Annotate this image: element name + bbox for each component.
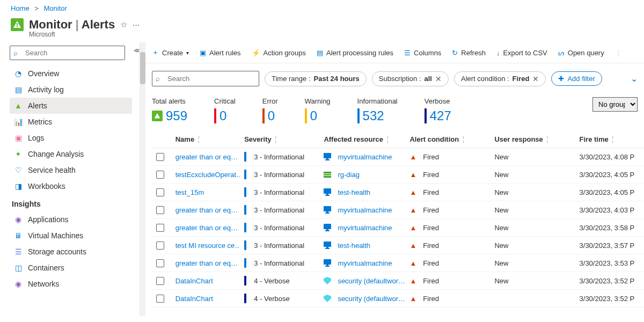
warning-icon: ▲: [409, 259, 416, 267]
row-checkbox[interactable]: [156, 224, 164, 232]
row-checkbox[interactable]: [156, 241, 164, 250]
col-time[interactable]: Fire time↑↓: [575, 135, 644, 143]
more-icon[interactable]: ⋯: [133, 21, 140, 29]
row-checkbox[interactable]: [156, 171, 164, 179]
sidebar-item-logs[interactable]: ▣Logs: [10, 130, 132, 146]
create-button[interactable]: ＋Create▾: [152, 48, 189, 57]
table-row[interactable]: greater than or eq…3 - Informationalmyvi…: [152, 148, 644, 166]
alert-name-link[interactable]: greater than or eq…: [175, 206, 238, 214]
user-response-text: New: [494, 206, 508, 214]
svg-rect-19: [325, 248, 330, 249]
sidebar-item-containers[interactable]: ◫Containers: [10, 260, 132, 276]
warning-icon: ▲: [409, 295, 416, 303]
table-row[interactable]: greater than or eq…3 - Informationalmyvi…: [152, 219, 644, 237]
svg-rect-15: [326, 229, 328, 230]
row-checkbox[interactable]: [156, 153, 164, 161]
action-groups-button[interactable]: ⚡Action groups: [252, 49, 306, 57]
resource-link[interactable]: test-health: [338, 188, 370, 196]
col-resource[interactable]: Affected resource↑↓: [319, 135, 405, 143]
collapse-icon[interactable]: ≪: [134, 47, 140, 54]
resource-link[interactable]: security (defaultwor…: [338, 277, 405, 285]
close-icon[interactable]: ✕: [532, 75, 539, 83]
breadcrumb-current[interactable]: Monitor: [44, 4, 67, 12]
sidebar-item-change-analysis[interactable]: ✦Change Analysis: [10, 146, 132, 162]
filter-chip[interactable]: Subscription : all✕: [372, 71, 449, 86]
summary-critical[interactable]: Critical0: [214, 97, 236, 123]
row-checkbox[interactable]: [156, 295, 164, 303]
sidebar-item-metrics[interactable]: 📊Metrics: [10, 114, 132, 130]
condition-text: Fired: [423, 206, 439, 214]
alert-name-link[interactable]: test_15m: [175, 188, 204, 196]
alert-name-link[interactable]: greater than or eq…: [175, 153, 238, 161]
row-checkbox[interactable]: [156, 277, 164, 285]
breadcrumb-home[interactable]: Home: [11, 4, 30, 12]
sidebar-item-workbooks[interactable]: ◨Workbooks: [10, 178, 132, 194]
user-response-text: New: [494, 153, 508, 161]
summary-error[interactable]: Error0: [262, 97, 278, 123]
fire-time-text: 3/30/2023, 3:53 P: [580, 259, 635, 267]
svg-rect-1: [17, 26, 18, 27]
scrollbar[interactable]: [140, 42, 145, 316]
resource-link[interactable]: security (defaultwor…: [338, 295, 405, 303]
columns-button[interactable]: ☰Columns: [404, 49, 441, 57]
alert-name-link[interactable]: testEcxcludeOperat…: [175, 171, 240, 179]
sidebar-item-virtual-machines[interactable]: 🖥Virtual Machines: [10, 228, 132, 244]
sidebar-item-storage-accounts[interactable]: ☰Storage accounts: [10, 244, 132, 260]
resource-link[interactable]: rg-diag: [338, 171, 359, 179]
close-icon[interactable]: ✕: [435, 75, 442, 83]
sidebar-item-applications[interactable]: ◉Applications: [10, 211, 132, 228]
table-row[interactable]: DataInChart4 - Verbosesecurity (defaultw…: [152, 272, 644, 290]
processing-rules-button[interactable]: ▤Alert processing rules: [317, 49, 393, 57]
col-response[interactable]: User response↑↓: [490, 135, 575, 143]
table-row[interactable]: DataInChart4 - Verbosesecurity (defaultw…: [152, 290, 644, 308]
user-response-text: New: [494, 224, 508, 232]
filter-chip[interactable]: Alert condition : Fired✕: [454, 71, 546, 86]
summary-warning[interactable]: Warning0: [305, 97, 331, 123]
sidebar-item-overview[interactable]: ◔Overview: [10, 65, 132, 82]
resource-icon: [324, 206, 331, 214]
table-row[interactable]: greater than or eq…3 - Informationalmyvi…: [152, 254, 644, 272]
expand-filters-icon[interactable]: ⌄: [631, 74, 638, 84]
resource-link[interactable]: test-health: [338, 241, 370, 250]
table-row[interactable]: greater than or eq…3 - Informationalmyvi…: [152, 201, 644, 219]
alert-name-link[interactable]: greater than or eq…: [175, 259, 238, 267]
summary-informational[interactable]: Informational532: [357, 97, 398, 123]
export-button[interactable]: ↓Export to CSV: [496, 49, 547, 57]
resource-link[interactable]: myvirtualmachine: [338, 206, 392, 214]
add-filter-button[interactable]: ✚Add filter: [551, 71, 602, 86]
sidebar-search-input[interactable]: [10, 46, 125, 60]
row-checkbox[interactable]: [156, 206, 164, 214]
resource-icon: [324, 295, 331, 302]
resource-link[interactable]: myvirtualmachine: [338, 259, 392, 267]
resource-link[interactable]: myvirtualmachine: [338, 224, 392, 232]
col-name[interactable]: Name↑↓: [171, 135, 240, 143]
summary-total-alerts[interactable]: Total alerts959: [152, 97, 187, 123]
resource-icon: [324, 259, 331, 267]
table-row[interactable]: test_15m3 - Informationaltest-health▲Fir…: [152, 184, 644, 201]
alert-name-link[interactable]: greater than or eq…: [175, 224, 238, 232]
open-query-button[interactable]: ᔕOpen query: [558, 49, 604, 57]
table-row[interactable]: test MI resource ce…3 - Informationaltes…: [152, 237, 644, 254]
summary-verbose[interactable]: Verbose427: [425, 97, 451, 123]
pin-icon[interactable]: ☆: [120, 20, 127, 30]
filter-chip[interactable]: Time range : Past 24 hours: [265, 71, 367, 86]
resource-link[interactable]: myvirtualmachine: [338, 153, 392, 161]
col-severity[interactable]: Severity↑↓: [240, 135, 319, 143]
alert-name-link[interactable]: test MI resource ce…: [175, 241, 240, 250]
sidebar-item-activity-log[interactable]: ▤Activity log: [10, 82, 132, 98]
sidebar-item-service-health[interactable]: ♡Service health: [10, 162, 132, 178]
sidebar-item-networks[interactable]: ◉Networks: [10, 276, 132, 292]
sidebar-item-alerts[interactable]: ▲Alerts: [10, 98, 132, 114]
filter-search-input[interactable]: [152, 71, 259, 86]
alert-rules-button[interactable]: ▣Alert rules: [200, 49, 241, 57]
row-checkbox[interactable]: [156, 259, 164, 267]
alert-name-link[interactable]: DataInChart: [175, 295, 213, 303]
grouping-select[interactable]: No grouping: [592, 97, 638, 112]
nav-icon: ◨: [14, 182, 23, 191]
refresh-button[interactable]: ↻Refresh: [452, 49, 486, 57]
svg-rect-21: [326, 265, 328, 266]
alert-name-link[interactable]: DataInChart: [175, 277, 213, 285]
col-condition[interactable]: Alert condition↑↓: [405, 135, 490, 143]
row-checkbox[interactable]: [156, 188, 164, 196]
table-row[interactable]: testEcxcludeOperat…3 - Informationalrg-d…: [152, 166, 644, 184]
